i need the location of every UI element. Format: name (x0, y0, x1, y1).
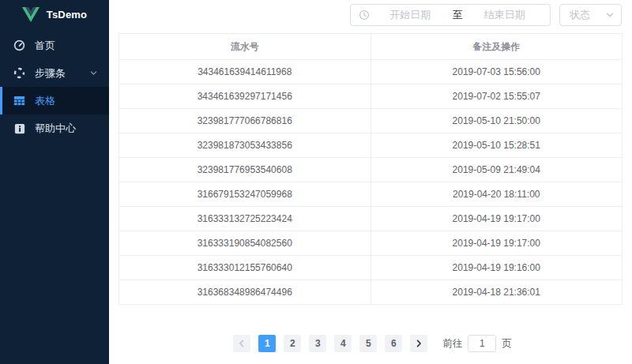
table-row[interactable]: 316333190854082560 2019-04-19 19:17:00 (119, 231, 623, 256)
sidebar-menu: 首页 步骤条 (0, 32, 109, 142)
sidebar-item-label: 表格 (35, 94, 98, 108)
main-content: 开始日期 至 结束日期 状态 流水号 备注及操作 343461639414611… (109, 0, 632, 364)
serial-number-cell: 316333190854082560 (119, 231, 371, 256)
chevron-down-icon (89, 69, 98, 77)
date-range-picker[interactable]: 开始日期 至 结束日期 (350, 4, 551, 26)
prev-page-button[interactable] (233, 335, 250, 352)
status-select-placeholder: 状态 (570, 8, 605, 22)
timestamp-cell: 2019-04-19 19:17:00 (371, 231, 623, 256)
sidebar-item-home[interactable]: 首页 (0, 32, 109, 59)
start-date-input[interactable]: 开始日期 (373, 8, 448, 22)
status-select[interactable]: 状态 (559, 4, 622, 26)
sidebar-item-steps[interactable]: 步骤条 (0, 59, 109, 87)
timestamp-cell: 2019-04-19 19:16:00 (371, 256, 623, 280)
table-icon (13, 95, 25, 107)
data-table: 流水号 备注及操作 343461639414611968 2019-07-03 … (118, 33, 623, 305)
table-row[interactable]: 343461639414611968 2019-07-03 15:56:00 (119, 60, 623, 84)
table-row[interactable]: 316368348986474496 2019-04-18 21:36:01 (119, 280, 623, 305)
pagination: 123456 前往 页 (109, 334, 632, 353)
timestamp-cell: 2019-07-02 15:55:07 (371, 84, 623, 109)
page-button-3[interactable]: 3 (309, 335, 326, 352)
serial-number-cell: 316679153247059968 (119, 182, 371, 207)
timestamp-cell: 2019-05-10 15:28:51 (371, 133, 623, 158)
sidebar-item-help[interactable]: 帮助中心 (0, 114, 109, 142)
vue-logo-icon (22, 7, 40, 22)
table-row[interactable]: 343461639297171456 2019-07-02 15:55:07 (119, 84, 623, 109)
sidebar-item-table[interactable]: 表格 (0, 87, 109, 114)
sidebar-item-label: 首页 (35, 39, 98, 53)
sidebar-item-label: 步骤条 (35, 66, 89, 81)
timestamp-cell: 2019-07-03 15:56:00 (371, 60, 623, 84)
goto-page-input[interactable] (468, 335, 496, 352)
clock-icon (359, 9, 370, 21)
chevron-down-icon (605, 10, 615, 20)
page-button-6[interactable]: 6 (385, 335, 402, 352)
serial-number-cell: 323981776953540608 (119, 158, 371, 182)
sidebar: TsDemo 首页 步骤条 (0, 0, 109, 364)
serial-number-cell: 316368348986474496 (119, 280, 371, 305)
table-row[interactable]: 316679153247059968 2019-04-20 18:11:00 (119, 182, 623, 207)
chevron-right-icon (415, 340, 423, 347)
page-button-5[interactable]: 5 (359, 335, 377, 352)
serial-number-cell: 316333012155760640 (119, 256, 371, 280)
help-icon (13, 122, 25, 134)
timestamp-cell: 2019-04-19 19:17:00 (371, 207, 623, 231)
timestamp-cell: 2019-05-09 21:49:04 (371, 158, 623, 182)
end-date-input[interactable]: 结束日期 (468, 8, 543, 22)
page-button-2[interactable]: 2 (284, 335, 301, 352)
serial-number-cell: 343461639297171456 (119, 84, 371, 109)
timestamp-cell: 2019-04-20 18:11:00 (371, 182, 623, 207)
table-header: 流水号 备注及操作 (119, 34, 623, 60)
next-page-button[interactable] (410, 335, 427, 352)
column-header-serial: 流水号 (119, 34, 371, 60)
timestamp-cell: 2019-04-18 21:36:01 (371, 280, 623, 305)
steps-icon (13, 67, 25, 79)
page-button-1[interactable]: 1 (258, 335, 276, 352)
goto-page: 前往 页 (442, 335, 512, 352)
goto-unit: 页 (502, 337, 512, 351)
table-row[interactable]: 323981873053433856 2019-05-10 15:28:51 (119, 133, 623, 158)
table-row[interactable]: 323981776953540608 2019-05-09 21:49:04 (119, 158, 623, 182)
sidebar-item-label: 帮助中心 (35, 122, 98, 136)
serial-number-cell: 343461639414611968 (119, 60, 371, 84)
filter-bar: 开始日期 至 结束日期 状态 (350, 4, 622, 26)
pagination-pages: 123456 (254, 335, 406, 352)
serial-number-cell: 323981777066786816 (119, 109, 371, 133)
serial-number-cell: 316333132725223424 (119, 207, 371, 231)
app-title: TsDemo (47, 9, 88, 21)
serial-number-cell: 323981873053433856 (119, 133, 371, 158)
goto-label: 前往 (442, 337, 462, 351)
table-row[interactable]: 316333132725223424 2019-04-19 19:17:00 (119, 207, 623, 231)
table-row[interactable]: 316333012155760640 2019-04-19 19:16:00 (119, 256, 623, 280)
dashboard-icon (13, 39, 25, 51)
timestamp-cell: 2019-05-10 21:50:00 (371, 109, 623, 133)
table-body: 343461639414611968 2019-07-03 15:56:00 3… (119, 60, 623, 305)
page-button-4[interactable]: 4 (334, 335, 352, 352)
logo: TsDemo (0, 0, 109, 24)
column-header-remarks: 备注及操作 (371, 34, 623, 60)
chevron-left-icon (238, 340, 246, 347)
table-row[interactable]: 323981777066786816 2019-05-10 21:50:00 (119, 109, 623, 133)
date-range-separator: 至 (448, 8, 468, 22)
